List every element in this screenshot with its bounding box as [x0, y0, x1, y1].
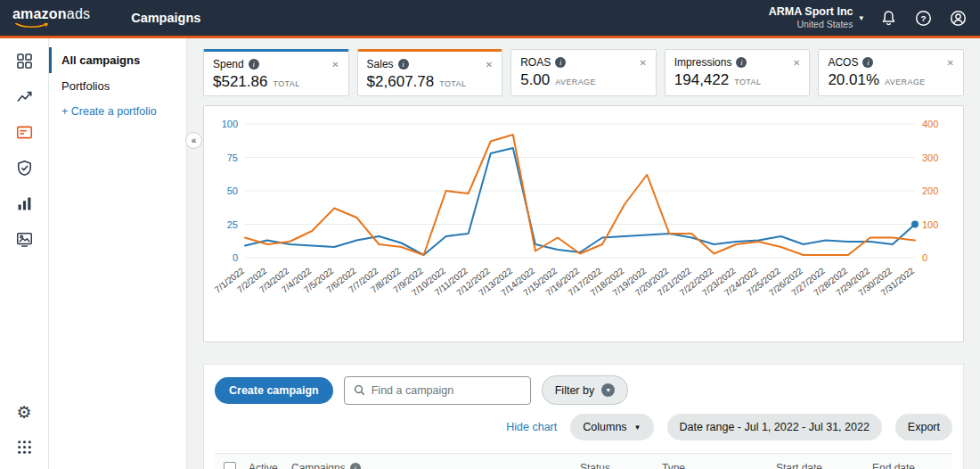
metric-label: Sales: [367, 58, 394, 70]
account-switcher[interactable]: ARMA Sport Inc United States ▾: [769, 5, 863, 31]
account-person-icon[interactable]: [949, 9, 968, 28]
svg-text:50: 50: [227, 185, 238, 196]
chevron-down-icon: ▼: [601, 383, 615, 397]
info-icon[interactable]: i: [249, 59, 259, 70]
column-header-campaigns[interactable]: Campaigns i: [291, 462, 580, 469]
filter-by-label: Filter by: [555, 384, 594, 397]
performance-chart[interactable]: 025507510001002003004007/1/20227/2/20227…: [206, 111, 960, 338]
nav-item-portfolios[interactable]: Portfolios: [49, 73, 186, 99]
svg-text:?: ?: [920, 12, 926, 22]
performance-icon[interactable]: [15, 87, 34, 106]
metric-label: ACOS: [828, 56, 858, 69]
amazon-ads-logo[interactable]: amazonads: [12, 7, 90, 29]
chevron-down-icon: ▼: [634, 424, 641, 432]
svg-text:200: 200: [922, 185, 938, 196]
svg-text:300: 300: [922, 152, 938, 163]
svg-text:0: 0: [233, 252, 238, 263]
column-header-start-date[interactable]: Start date: [776, 462, 872, 469]
metric-value: 5.00: [520, 71, 550, 89]
metric-value: $2,607.78: [367, 73, 435, 91]
svg-text:100: 100: [922, 219, 938, 230]
close-icon[interactable]: ✕: [331, 60, 339, 70]
toolbar-row-primary: Create campaign Filter by ▼: [215, 375, 952, 405]
metric-card-sales[interactable]: Salesi✕$2,607.78TOTAL: [357, 49, 503, 96]
nav-panel: All campaigns Portfolios + Create a port…: [49, 38, 187, 469]
app: amazonads Campaigns ARMA Sport Inc Unite…: [0, 0, 980, 469]
info-icon[interactable]: i: [736, 57, 747, 68]
create-portfolio-link[interactable]: + Create a portfolio: [49, 99, 186, 124]
settings-gear-icon[interactable]: ⚙: [16, 404, 31, 421]
info-icon[interactable]: i: [350, 463, 361, 469]
column-header-active[interactable]: Active: [249, 462, 291, 469]
create-campaign-button[interactable]: Create campaign: [215, 377, 333, 404]
search-input[interactable]: [372, 384, 521, 397]
columns-label: Columns: [583, 421, 626, 433]
columns-button[interactable]: Columns ▼: [570, 414, 653, 440]
metric-cards: Spendi✕$521.86TOTALSalesi✕$2,607.78TOTAL…: [203, 49, 964, 96]
creative-icon[interactable]: [15, 230, 34, 249]
svg-text:75: 75: [227, 152, 238, 163]
filter-by-button[interactable]: Filter by ▼: [542, 375, 628, 405]
apps-grid-icon[interactable]: [15, 438, 34, 457]
close-icon[interactable]: ✕: [947, 58, 954, 68]
metric-label: Spend: [213, 58, 244, 70]
export-button[interactable]: Export: [895, 414, 952, 440]
column-header-end-date[interactable]: End date: [872, 462, 943, 469]
icon-sidebar: ⚙: [0, 38, 49, 469]
metric-qualifier: AVERAGE: [555, 78, 596, 86]
metric-qualifier: TOTAL: [273, 79, 299, 88]
help-icon[interactable]: ?: [914, 9, 933, 28]
metric-value: 194,422: [674, 71, 729, 89]
campaigns-panel: Create campaign Filter by ▼ Hide chart C…: [203, 364, 964, 469]
svg-text:0: 0: [922, 252, 927, 263]
date-range-button[interactable]: Date range - Jul 1, 2022 - Jul 31, 2022: [667, 414, 882, 440]
close-icon[interactable]: ✕: [639, 58, 646, 68]
account-text: ARMA Sport Inc United States: [769, 5, 853, 31]
topbar: amazonads Campaigns ARMA Sport Inc Unite…: [0, 0, 980, 38]
metric-qualifier: AVERAGE: [885, 78, 926, 86]
account-region: United States: [796, 19, 853, 30]
campaign-search[interactable]: [344, 376, 531, 405]
chart-card: 025507510001002003004007/1/20227/2/20227…: [203, 105, 964, 342]
logo-text: amazonads: [12, 7, 90, 21]
select-all-checkbox[interactable]: [224, 462, 236, 469]
nav-item-all-campaigns[interactable]: All campaigns: [49, 47, 186, 73]
chevron-down-icon: ▾: [859, 13, 863, 22]
amazon-smile-icon: [15, 22, 51, 29]
hide-chart-link[interactable]: Hide chart: [506, 421, 557, 433]
dashboard-icon[interactable]: [15, 52, 34, 70]
metric-qualifier: TOTAL: [439, 79, 466, 88]
info-icon[interactable]: i: [862, 57, 873, 68]
search-icon: [354, 384, 365, 396]
page-title: Campaigns: [131, 11, 200, 25]
metric-label: ROAS: [520, 56, 551, 69]
info-icon[interactable]: i: [555, 57, 566, 68]
metric-value: 20.01%: [828, 71, 879, 89]
account-name: ARMA Sport Inc: [769, 5, 853, 20]
brand-shield-icon[interactable]: [15, 159, 34, 177]
metric-qualifier: TOTAL: [734, 78, 761, 86]
metric-label: Impressions: [674, 56, 732, 69]
info-icon[interactable]: i: [398, 59, 409, 70]
metric-value: $521.86: [213, 73, 267, 91]
metric-card-roas[interactable]: ROASi✕5.00AVERAGE: [510, 49, 657, 96]
close-icon[interactable]: ✕: [486, 60, 493, 70]
main-content: Spendi✕$521.86TOTALSalesi✕$2,607.78TOTAL…: [187, 38, 980, 469]
svg-text:100: 100: [222, 119, 238, 129]
close-icon[interactable]: ✕: [793, 58, 800, 68]
topbar-right: ARMA Sport Inc United States ▾ ?: [769, 5, 968, 31]
campaigns-icon[interactable]: [15, 123, 34, 142]
collapse-panel-button[interactable]: «: [185, 132, 202, 149]
svg-text:25: 25: [227, 219, 238, 230]
table-header: Active Campaigns i Status Type Start dat…: [215, 453, 952, 469]
campaigns-column-label: Campaigns: [291, 462, 346, 469]
column-header-type[interactable]: Type: [662, 462, 776, 469]
metric-card-spend[interactable]: Spendi✕$521.86TOTAL: [203, 49, 349, 96]
toolbar-row-secondary: Hide chart Columns ▼ Date range - Jul 1,…: [215, 414, 952, 440]
svg-text:400: 400: [922, 119, 938, 129]
column-header-status[interactable]: Status: [580, 462, 662, 469]
metric-card-acos[interactable]: ACOSi✕20.01%AVERAGE: [818, 49, 964, 96]
notifications-bell-icon[interactable]: [879, 9, 898, 28]
metric-card-impressions[interactable]: Impressionsi✕194,422TOTAL: [665, 49, 811, 96]
reports-icon[interactable]: [15, 194, 34, 213]
